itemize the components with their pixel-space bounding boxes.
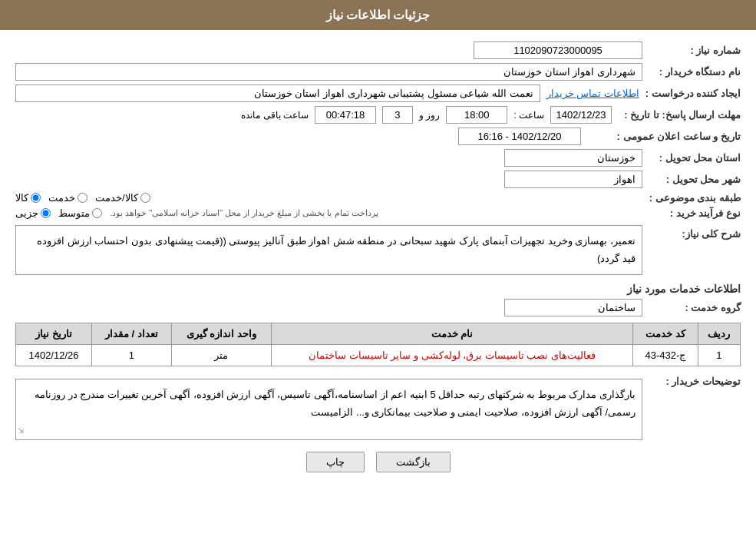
day-label: روز و: [419, 110, 440, 121]
back-button[interactable]: بازگشت: [376, 452, 451, 472]
deadline-time-value: 18:00: [446, 106, 507, 124]
table-header-row: ردیف کد خدمت نام خدمت واحد اندازه گیری ت…: [16, 323, 741, 344]
time-label: ساعت :: [513, 110, 544, 121]
tender-number-label: شماره نیاز :: [649, 45, 741, 56]
category-radio-group: کالا/خدمت خدمت کالا: [15, 192, 642, 204]
content-area: شماره نیاز : 1102090723000095 نام دستگاه…: [0, 30, 756, 492]
services-table: ردیف کد خدمت نام خدمت واحد اندازه گیری ت…: [15, 323, 741, 366]
radio-motaset-label: متوسط: [58, 207, 90, 219]
cell-quantity: 1: [92, 344, 172, 366]
cell-need-date: 1402/12/26: [16, 344, 92, 366]
purchase-type-label: نوع فرآیند خرید :: [649, 207, 741, 219]
buyer-org-value: شهرداری اهواز استان خوزستان: [15, 63, 642, 81]
deadline-row: مهلت ارسال پاسخ: تا تاریخ : 1402/12/23 س…: [15, 106, 741, 124]
requester-link[interactable]: اطلاعات تماس خریدار: [546, 88, 639, 99]
province-value: خوزستان: [504, 149, 642, 167]
th-need-date: تاریخ نیاز: [16, 323, 92, 344]
radio-kala-khedmat-label: کالا/خدمت: [95, 192, 138, 204]
buyer-org-label: نام دستگاه خریدار :: [649, 66, 741, 78]
cell-service-name: فعالیت‌های نصب تاسیسات برق، لوله‌کشی و س…: [272, 344, 633, 366]
announcement-label: تاریخ و ساعت اعلان عمومی :: [587, 131, 741, 142]
radio-khedmat[interactable]: [78, 193, 87, 203]
th-quantity: تعداد / مقدار: [92, 323, 172, 344]
province-row: استان محل تحویل : خوزستان: [15, 149, 741, 167]
tender-number-row: شماره نیاز : 1102090723000095: [15, 41, 741, 59]
radio-motaset[interactable]: [92, 208, 102, 218]
radio-kala[interactable]: [31, 193, 41, 203]
page-wrapper: جزئیات اطلاعات نیاز شماره نیاز : 1102090…: [0, 0, 756, 540]
province-label: استان محل تحویل :: [649, 152, 741, 164]
radio-kala-label: کالا: [15, 192, 28, 204]
radio-khedmat-item: خدمت: [48, 192, 87, 204]
buyer-org-row: نام دستگاه خریدار : شهرداری اهواز استان …: [15, 63, 741, 81]
radio-kala-item: کالا: [15, 192, 41, 204]
announcement-value: 1402/12/20 - 16:16: [458, 128, 581, 145]
cell-service-code: ج-432-43: [633, 344, 698, 366]
description-label: شرح کلی نیاز:: [649, 228, 741, 240]
radio-khedmat-label: خدمت: [48, 192, 75, 204]
services-info-title: اطلاعات خدمات مورد نیاز: [15, 283, 741, 295]
city-label: شهر محل تحویل :: [649, 174, 741, 185]
service-group-value: ساختمان: [504, 299, 642, 316]
remaining-label: ساعت باقی مانده: [241, 110, 309, 121]
radio-kala-khedmat-item: کالا/خدمت: [95, 192, 150, 204]
cell-row-num: 1: [698, 344, 740, 366]
purchase-note: پرداخت تمام یا بخشی از مبلغ خریدار از مح…: [110, 208, 378, 218]
page-header: جزئیات اطلاعات نیاز: [0, 0, 756, 30]
description-value: تعمیر، بهسازی وخرید تجهیزات آبنمای پارک …: [15, 225, 642, 275]
buyer-desc-row: توضیحات خریدار : بارگذاری مدارک مربوط به…: [15, 373, 741, 440]
purchase-type-row: نوع فرآیند خرید : پرداخت تمام یا بخشی از…: [15, 207, 741, 219]
city-value: اهواز: [504, 171, 642, 188]
radio-kala-khedmat[interactable]: [140, 193, 150, 203]
purchase-type-radio-group: پرداخت تمام یا بخشی از مبلغ خریدار از مح…: [15, 207, 642, 219]
header-title: جزئیات اطلاعات نیاز: [326, 8, 431, 22]
deadline-date-value: 1402/12/23: [550, 106, 612, 124]
remaining-value: 00:47:18: [315, 106, 376, 124]
print-button[interactable]: چاپ: [306, 452, 365, 472]
service-group-row: گروه خدمت : ساختمان: [15, 299, 741, 316]
deadline-label: مهلت ارسال پاسخ: تا تاریخ :: [618, 109, 741, 121]
th-row-num: ردیف: [698, 323, 740, 344]
buyer-desc-value: بارگذاری مدارک مربوط به شرکتهای رتبه حدا…: [15, 379, 642, 440]
category-label: طبقه بندی موضوعی :: [649, 192, 741, 204]
city-row: شهر محل تحویل : اهواز: [15, 171, 741, 188]
announcement-row: تاریخ و ساعت اعلان عمومی : 1402/12/20 - …: [15, 128, 741, 145]
resize-handle-icon: ⇲: [18, 424, 24, 438]
tender-number-value: 1102090723000095: [474, 41, 642, 59]
requester-label: ایجاد کننده درخواست :: [645, 88, 741, 99]
radio-jozii-label: جزیی: [15, 207, 38, 219]
requester-value: نعمت الله شیاعی مسئول پشتیبانی شهرداری ا…: [15, 84, 540, 102]
table-row: 1 ج-432-43 فعالیت‌های نصب تاسیسات برق، ل…: [16, 344, 741, 366]
radio-motaset-item: متوسط: [58, 207, 102, 219]
service-group-label: گروه خدمت :: [649, 302, 741, 313]
buttons-row: بازگشت چاپ: [15, 452, 741, 472]
cell-unit: متر: [171, 344, 272, 366]
radio-jozii[interactable]: [41, 208, 51, 218]
th-service-name: نام خدمت: [272, 323, 633, 344]
th-unit: واحد اندازه گیری: [171, 323, 272, 344]
th-service-code: کد خدمت: [633, 323, 698, 344]
requester-row: ایجاد کننده درخواست : اطلاعات تماس خریدا…: [15, 84, 741, 102]
days-value: 3: [382, 106, 413, 124]
category-row: طبقه بندی موضوعی : کالا/خدمت خدمت کالا: [15, 192, 741, 204]
description-row: شرح کلی نیاز: تعمیر، بهسازی وخرید تجهیزا…: [15, 225, 741, 275]
buyer-desc-label: توضیحات خریدار :: [649, 376, 741, 387]
radio-jozii-item: جزیی: [15, 207, 51, 219]
